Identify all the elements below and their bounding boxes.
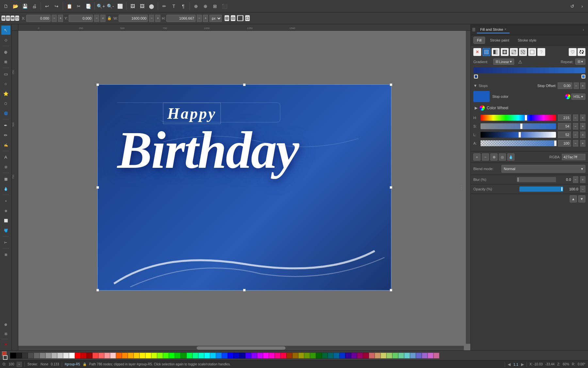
unknown-fill-button[interactable]: ?: [537, 48, 545, 56]
opacity-dec-status-button[interactable]: −: [17, 362, 22, 367]
measure-tool-button[interactable]: ⊞: [1, 57, 10, 66]
palette-swatch[interactable]: [322, 353, 328, 359]
h-inc-button[interactable]: +: [580, 114, 585, 121]
text-tool-button[interactable]: A: [1, 152, 10, 162]
pattern-button[interactable]: [519, 48, 527, 56]
palette-swatch[interactable]: [192, 353, 198, 359]
palette-swatch[interactable]: [110, 353, 116, 359]
palette-swatch[interactable]: [63, 353, 69, 359]
l-value-input[interactable]: [558, 131, 571, 138]
paste-button[interactable]: 📑: [84, 2, 93, 11]
palette-swatch[interactable]: [416, 353, 422, 359]
s-slider-thumb[interactable]: [520, 123, 523, 129]
l-inc-button[interactable]: +: [580, 131, 585, 138]
undo-button[interactable]: ↩: [42, 2, 52, 11]
palette-swatch[interactable]: [69, 353, 75, 359]
smear-button[interactable]: ⚬: [1, 196, 10, 205]
h-slider-thumb[interactable]: [525, 115, 527, 121]
radial-grad-button[interactable]: [501, 48, 509, 56]
text-button[interactable]: T: [169, 2, 178, 11]
stop-offset-inc-button[interactable]: +: [580, 82, 585, 89]
s-slider-track[interactable]: [481, 123, 556, 129]
no-fill-button[interactable]: ✕: [1, 340, 10, 349]
palette-swatch[interactable]: [339, 353, 345, 359]
snap3-button[interactable]: ⊞: [210, 2, 220, 11]
palette-swatch[interactable]: [204, 353, 210, 359]
palette-swatch[interactable]: [251, 353, 257, 359]
lock-icon[interactable]: 🔒: [107, 16, 112, 21]
l-slider-thumb[interactable]: [518, 132, 521, 138]
palette-swatch[interactable]: [422, 353, 428, 359]
dropper-button[interactable]: 💧: [1, 184, 10, 193]
spiral-tool-button[interactable]: 🌀: [1, 109, 10, 118]
y-inc-button[interactable]: +: [100, 15, 106, 22]
add-stop-button[interactable]: +: [473, 153, 481, 161]
a-dec-button[interactable]: −: [573, 140, 578, 147]
x-inc-button[interactable]: +: [58, 15, 63, 22]
palette-swatch[interactable]: [10, 353, 16, 359]
collapse-button[interactable]: ›: [578, 2, 587, 11]
blur-track[interactable]: [517, 177, 556, 182]
callig-button[interactable]: ✍: [1, 140, 10, 149]
no-paint-button[interactable]: ✕: [473, 48, 481, 56]
palette-swatch[interactable]: [269, 353, 275, 359]
palette-swatch[interactable]: [45, 353, 51, 359]
palette-swatch[interactable]: [22, 353, 28, 359]
zoom-out-button[interactable]: 🔍-: [106, 2, 115, 11]
zoom-fit-button[interactable]: ⬜: [115, 2, 124, 11]
palette-swatch[interactable]: [163, 353, 169, 359]
w-inc-button[interactable]: +: [155, 15, 160, 22]
canvas-area[interactable]: 0 250 500 750 1000 1250 1500 250 500 750…: [12, 24, 470, 350]
rect-tool-button[interactable]: ▭: [1, 69, 10, 79]
color-wheel-row[interactable]: ▶ Color Wheel: [473, 105, 585, 111]
pencil-button[interactable]: ✏: [1, 131, 10, 140]
palette-swatch[interactable]: [134, 353, 139, 359]
palette-swatch[interactable]: [334, 353, 339, 359]
edit-stop-button[interactable]: ◎: [499, 153, 506, 161]
panel-down-button[interactable]: ▼: [578, 195, 585, 202]
blur-inc-button[interactable]: +: [580, 176, 585, 183]
palette-swatch[interactable]: [239, 353, 245, 359]
fill-heart-button[interactable]: ♡: [569, 48, 577, 56]
palette-swatch[interactable]: [398, 353, 404, 359]
opacity-track[interactable]: [519, 186, 564, 192]
3d-box-tool-button[interactable]: ⬡: [1, 99, 10, 108]
new-button[interactable]: 🗋: [1, 2, 10, 11]
stop-offset-input[interactable]: [558, 82, 572, 89]
palette-swatch[interactable]: [116, 353, 122, 359]
star-tool-button[interactable]: ⭐: [1, 89, 10, 98]
s-dec-button[interactable]: −: [573, 123, 578, 130]
print-button[interactable]: 🖨: [30, 2, 39, 11]
snap2-button[interactable]: ⊕: [201, 2, 210, 11]
palette-swatch[interactable]: [128, 353, 134, 359]
zoom-in-button[interactable]: 🔍+: [96, 2, 106, 11]
mesh-grad-button[interactable]: [510, 48, 518, 56]
connector-button[interactable]: ⊢: [1, 238, 10, 247]
align3-button[interactable]: ⊠: [10, 15, 15, 21]
fill-mirror-button[interactable]: 🗘: [578, 48, 585, 56]
a-inc-button[interactable]: +: [580, 140, 585, 147]
save-button[interactable]: 💾: [20, 2, 29, 11]
w-input[interactable]: [119, 15, 148, 22]
fill-tab[interactable]: Fill: [473, 37, 485, 44]
layers-button[interactable]: ⊞: [1, 250, 10, 259]
view-mode3-button[interactable]: ⬛: [237, 15, 244, 21]
view1-button[interactable]: 🖼: [128, 2, 137, 11]
palette-swatch[interactable]: [75, 353, 81, 359]
palette-swatch[interactable]: [392, 353, 398, 359]
unit-select[interactable]: px: [209, 15, 222, 22]
gradient-select[interactable]: ⊟ Linear ▾: [493, 59, 514, 65]
palette-swatch[interactable]: [316, 353, 322, 359]
palette-swatch[interactable]: [139, 353, 145, 359]
stroke-style-tab[interactable]: Stroke style: [514, 37, 540, 44]
select-tool-button[interactable]: ↖: [1, 26, 10, 35]
nav-next-button[interactable]: ▶: [521, 362, 524, 367]
blend-mode-select[interactable]: Normal ▾: [501, 165, 585, 173]
paint-bucket-button[interactable]: 🪣: [1, 226, 10, 235]
palette-swatch[interactable]: [369, 353, 375, 359]
palette-swatch[interactable]: [187, 353, 192, 359]
palette-swatch[interactable]: [298, 353, 304, 359]
align2-button[interactable]: ⊟: [6, 15, 10, 21]
remove-stop-button[interactable]: −: [482, 153, 489, 161]
palette-swatch[interactable]: [157, 353, 163, 359]
